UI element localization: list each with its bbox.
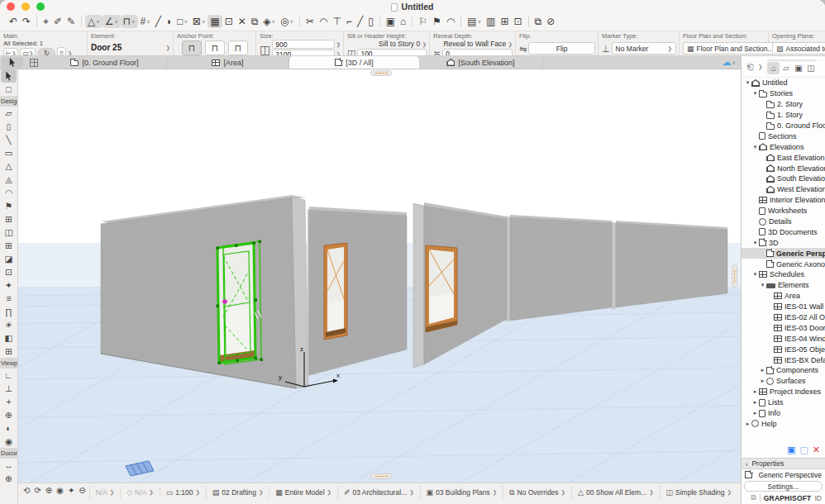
tree-item-1-story[interactable]: 1. Story — [742, 110, 825, 121]
tree-item-elevations[interactable]: ▾Elevations — [742, 141, 825, 152]
element-snap-icon[interactable]: ⊓∨ — [121, 15, 138, 28]
worksheet-tool[interactable]: ⊕ — [0, 408, 17, 421]
reveal-mode[interactable]: Reveal to Wall Face ❯ — [433, 40, 513, 48]
tab-0groundfloor[interactable]: [0. Ground Floor] — [43, 56, 167, 69]
view-back-icon[interactable]: ⟲ — [23, 486, 30, 495]
viewport-3d[interactable]: z x y — [18, 69, 741, 483]
tree-item-components[interactable]: ▸Components — [742, 365, 825, 376]
statusbar-field-1[interactable]: N/A❯ — [89, 486, 121, 499]
door-2[interactable] — [324, 243, 347, 340]
mesh-tool[interactable]: ◬ — [0, 173, 17, 186]
stretch-icon[interactable]: ✕ — [236, 15, 249, 28]
statusbar-layer[interactable]: ▤02 Drafting❯ — [206, 486, 269, 499]
selection-frame-icon[interactable]: □∨ — [174, 15, 190, 28]
interior-elevation-tool[interactable]: + — [0, 395, 17, 408]
eyedropper-icon[interactable]: ✐ — [51, 15, 64, 28]
tree-item-west-elevation-auto-[interactable]: West Elevation (Auto- — [742, 184, 825, 195]
home-story-icon[interactable]: ⌂ — [398, 15, 408, 28]
vertical-scroll-handle[interactable] — [732, 264, 737, 288]
tree-item-3d[interactable]: ▾3D — [742, 237, 825, 248]
level-dimension-tool[interactable]: ⊕ — [0, 472, 17, 485]
link-icon[interactable]: ⧉ — [532, 15, 545, 28]
tree-chevron-icon[interactable]: ▾ — [751, 240, 759, 246]
settings-button[interactable]: Settings... — [744, 481, 823, 492]
tree-item-interior-elevations[interactable]: Interior Elevations — [742, 195, 825, 206]
tree-item-ies-bx-default-for[interactable]: IES-BX Default for — [742, 354, 825, 365]
door-3[interactable] — [426, 245, 457, 332]
default-settings-button[interactable]: ⊢❯ — [3, 48, 18, 56]
link-break-icon[interactable]: ⊘ — [544, 15, 557, 28]
anchor-right-button[interactable]: ⊓ — [228, 40, 248, 55]
lock-icon[interactable]: ⊠∨ — [190, 15, 207, 28]
adjust-icon[interactable]: ◠ — [317, 15, 330, 28]
object-tool[interactable]: ✦ — [0, 278, 17, 292]
tree-item-project-indexes[interactable]: ▸Project Indexes — [742, 387, 825, 397]
door-tool[interactable]: ◫ — [0, 226, 17, 239]
tab-overview-icon[interactable] — [30, 59, 38, 67]
tab-area[interactable]: [Area] — [167, 56, 289, 69]
tree-item-0-ground-floor[interactable]: 0. Ground Floor — [742, 121, 825, 131]
favorites-icon[interactable]: ⚐ — [416, 15, 430, 28]
zone-tool[interactable]: ⚑ — [0, 199, 17, 212]
redo-icon[interactable]: ↷ — [20, 15, 33, 28]
reveal-input[interactable]: 0 — [442, 49, 513, 57]
height-input[interactable]: 2100 — [272, 50, 334, 56]
properties-header[interactable]: ∨ Properties — [742, 458, 825, 469]
filter-elements-icon[interactable]: ◎∨ — [278, 15, 296, 28]
anchor-center-button[interactable]: ⊓ — [205, 40, 225, 55]
trim-icon[interactable]: ⌐ — [344, 15, 355, 28]
sill-input[interactable]: 100 — [357, 49, 427, 57]
window-tool[interactable]: ⊞ — [0, 239, 17, 252]
anchor-left-button[interactable]: ⊓ — [182, 40, 202, 55]
grid-snap-icon[interactable]: #∨ — [138, 15, 153, 28]
arc-tool-icon[interactable]: ◠ — [444, 15, 457, 28]
curtain-wall-tool[interactable]: ⊞ — [0, 212, 17, 226]
wall-tool[interactable]: ▱ — [0, 107, 17, 120]
sill-mode[interactable]: Sill to Story 0 ❯ — [347, 40, 427, 48]
tree-item-generic-perspective[interactable]: Generic Perspective — [742, 248, 825, 259]
tree-item-sections[interactable]: Sections — [742, 131, 825, 141]
arrow-tool[interactable] — [1, 69, 17, 83]
project-chooser-chevron[interactable]: ❯ — [758, 64, 762, 70]
tree-item-north-elevation-auto-[interactable]: North Elevation (Auto- — [742, 163, 825, 174]
clone-folder-icon[interactable]: ▣ — [787, 445, 795, 455]
tree-chevron-icon[interactable]: ▸ — [759, 378, 766, 384]
tree-chevron-icon[interactable]: ▾ — [751, 90, 759, 97]
tree-item-south-elevation-auto[interactable]: South Elevation (Auto — [742, 174, 825, 184]
tree-item-ies-02-all-opening[interactable]: IES-02 All Opening — [742, 312, 825, 323]
view-map-icon[interactable]: ▱ — [780, 62, 792, 74]
detail-tool[interactable]: ◐ — [0, 421, 17, 435]
statusbar-scale[interactable]: ▭1:100❯ — [160, 486, 206, 499]
grid-element-tool[interactable]: ⊞ — [0, 345, 17, 358]
zoom-out-icon[interactable]: ⊖ — [79, 486, 85, 495]
inject-parameters-icon[interactable]: ✎ — [64, 15, 78, 28]
slab-tool[interactable]: ▭ — [0, 146, 17, 159]
tab-3dall[interactable]: [3D / All] — [289, 56, 419, 69]
capture-favorite-icon[interactable]: ⚑ — [430, 15, 444, 28]
wall-1[interactable] — [101, 195, 308, 388]
project-map-icon[interactable]: ⌂ — [767, 62, 780, 74]
window-copy-icon[interactable]: ⧉ — [751, 493, 756, 502]
panel-add-icon[interactable]: ⊞ — [498, 15, 511, 28]
roof-tool[interactable]: △ — [0, 159, 17, 173]
tree-item-surfaces[interactable]: ▸Surfaces — [742, 376, 825, 387]
tree-chevron-icon[interactable]: ▾ — [759, 282, 766, 288]
drafting-aid-icon[interactable]: ◗ — [164, 15, 174, 28]
tree-item-ies-03-door-sched[interactable]: IES-03 Door Sched — [742, 322, 825, 333]
undo-icon[interactable]: ↶ — [7, 15, 20, 28]
flip-button[interactable]: Flip — [528, 42, 595, 55]
opening-select[interactable]: ▨Associated to W — [772, 42, 825, 55]
tree-item-stories[interactable]: ▾Stories — [742, 88, 825, 99]
move-options-icon[interactable]: △∨ — [85, 15, 103, 28]
view-forward-icon[interactable]: ⟳ — [34, 486, 41, 495]
panel-raise-icon[interactable]: ▥ — [484, 15, 498, 28]
marquee-tool[interactable]: □ — [0, 83, 17, 96]
tree-item-info[interactable]: ▸Info — [742, 408, 825, 419]
pointer-tool-button[interactable] — [2, 57, 23, 68]
tree-item-schedules[interactable]: ▾Schedules — [742, 269, 825, 280]
tree-item-help[interactable]: ▸Help — [742, 419, 825, 430]
wall-4[interactable] — [506, 215, 612, 322]
statusbar-structure-display[interactable]: ▦Entire Model❯ — [269, 486, 337, 499]
cutting-planes-icon[interactable]: ◈∨ — [260, 15, 278, 28]
snap-guides-icon[interactable]: ∠∨ — [103, 15, 121, 28]
